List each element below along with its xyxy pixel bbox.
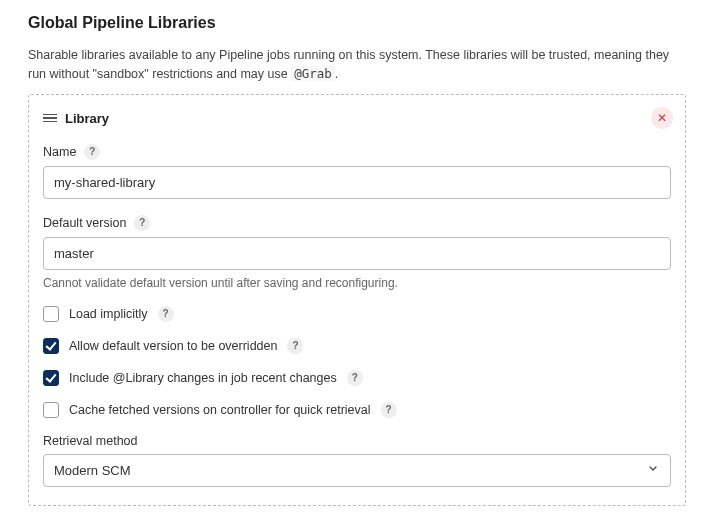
checkbox[interactable] bbox=[43, 306, 59, 322]
close-icon[interactable]: ✕ bbox=[651, 107, 673, 129]
name-field: Name ? bbox=[43, 144, 671, 199]
checkbox-row: Allow default version to be overridden? bbox=[43, 338, 671, 354]
library-panel: ✕ Library Name ? Default version ? Canno… bbox=[28, 94, 686, 506]
checkbox-label: Cache fetched versions on controller for… bbox=[69, 403, 371, 417]
desc-text-after: . bbox=[335, 67, 338, 81]
page-title: Global Pipeline Libraries bbox=[28, 14, 686, 32]
library-header: Library bbox=[43, 111, 671, 126]
section-description: Sharable libraries available to any Pipe… bbox=[28, 46, 686, 84]
checkbox[interactable] bbox=[43, 370, 59, 386]
name-label: Name bbox=[43, 145, 76, 159]
checkbox-row: Include @Library changes in job recent c… bbox=[43, 370, 671, 386]
name-input[interactable] bbox=[43, 166, 671, 199]
desc-text-before: Sharable libraries available to any Pipe… bbox=[28, 48, 669, 81]
library-title: Library bbox=[65, 111, 109, 126]
checkbox-row: Cache fetched versions on controller for… bbox=[43, 402, 671, 418]
help-icon[interactable]: ? bbox=[158, 306, 174, 322]
help-icon[interactable]: ? bbox=[347, 370, 363, 386]
checkbox[interactable] bbox=[43, 338, 59, 354]
checkbox-label: Load implicitly bbox=[69, 307, 148, 321]
checkbox-row: Load implicitly? bbox=[43, 306, 671, 322]
retrieval-method-label: Retrieval method bbox=[43, 434, 138, 448]
default-version-hint: Cannot validate default version until af… bbox=[43, 276, 671, 290]
checkbox-label: Allow default version to be overridden bbox=[69, 339, 277, 353]
help-icon[interactable]: ? bbox=[381, 402, 397, 418]
default-version-field: Default version ? Cannot validate defaul… bbox=[43, 215, 671, 290]
default-version-input[interactable] bbox=[43, 237, 671, 270]
checkbox-list: Load implicitly?Allow default version to… bbox=[43, 306, 671, 418]
desc-code: @Grab bbox=[291, 66, 335, 81]
help-icon[interactable]: ? bbox=[84, 144, 100, 160]
retrieval-method-field: Retrieval method Modern SCM bbox=[43, 434, 671, 487]
default-version-label: Default version bbox=[43, 216, 126, 230]
retrieval-method-select[interactable]: Modern SCM bbox=[43, 454, 671, 487]
help-icon[interactable]: ? bbox=[134, 215, 150, 231]
drag-handle-icon[interactable] bbox=[43, 114, 57, 123]
help-icon[interactable]: ? bbox=[287, 338, 303, 354]
checkbox[interactable] bbox=[43, 402, 59, 418]
checkbox-label: Include @Library changes in job recent c… bbox=[69, 371, 337, 385]
